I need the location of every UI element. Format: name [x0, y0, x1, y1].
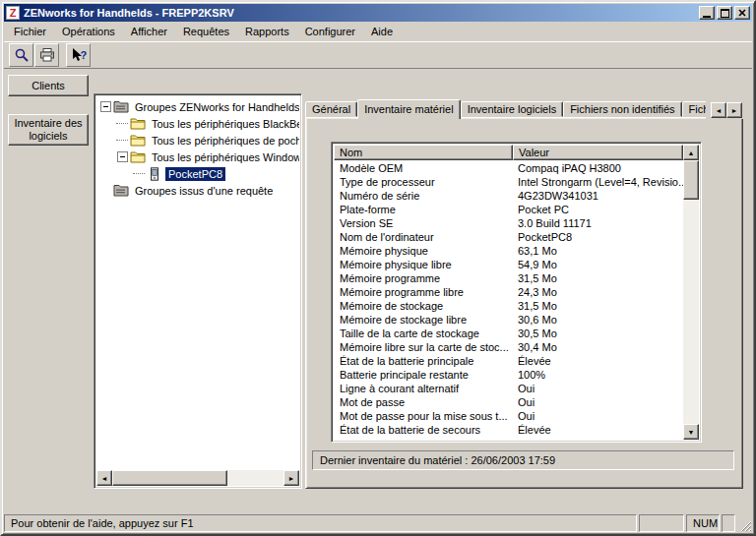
context-help-button[interactable]: ? — [66, 43, 91, 67]
status-message: Pour obtenir de l'aide, appuyez sur F1 — [4, 514, 637, 532]
tree-item-icon — [130, 134, 146, 148]
cell-name: État de la batterie principale — [334, 354, 513, 368]
cell-value: 63,1 Mo — [513, 244, 683, 258]
menu-item[interactable]: Rapports — [237, 23, 297, 40]
view-tab-clients[interactable]: Clients — [8, 75, 89, 96]
tab-scroll-right-button[interactable]: ► — [726, 102, 742, 118]
cell-value: Oui — [513, 395, 683, 409]
minus-box-icon[interactable] — [100, 101, 111, 112]
table-row[interactable]: Version SE 3.0 Build 11171 — [334, 216, 683, 230]
folder-icon — [130, 134, 146, 148]
table-row[interactable]: Mémoire programme 31,5 Mo — [334, 271, 683, 285]
cell-name: Plate-forme — [334, 203, 513, 216]
table-header: Nom Valeur — [334, 145, 683, 160]
table-row[interactable]: État de la batterie de secours Élevée — [334, 423, 683, 437]
menu-item[interactable]: Configurer — [297, 23, 363, 40]
window-title: ZENworks for Handhelds - FREPP2KSRV — [23, 7, 696, 19]
tree-item[interactable]: Groupes issus d'une requête — [96, 182, 299, 199]
scrollbar-thumb[interactable] — [683, 160, 699, 200]
cell-value: 100% — [513, 437, 683, 440]
tree-horizontal-scrollbar[interactable]: ◄ ► — [96, 470, 299, 486]
group-icon — [113, 184, 129, 198]
tree-item[interactable]: Tous les périphériques de poch — [96, 132, 299, 149]
table-row[interactable]: Mémoire physique libre 54,9 Mo — [334, 258, 683, 271]
tab[interactable]: Général — [305, 101, 357, 117]
column-header-valeur[interactable]: Valeur — [513, 145, 683, 160]
table-row[interactable]: Mémoire physique 63,1 Mo — [334, 244, 683, 258]
print-button[interactable] — [34, 43, 59, 67]
scroll-up-button[interactable]: ▲ — [683, 145, 699, 160]
table-row[interactable]: Mémoire libre sur la carte de stoc... 30… — [334, 340, 683, 354]
table-row[interactable]: Modèle OEM Compaq iPAQ H3800 — [334, 161, 683, 175]
tab[interactable]: Inventaire logiciels — [461, 101, 564, 117]
cell-value: Élevée — [513, 354, 683, 368]
folder-icon — [130, 117, 146, 131]
menu-item[interactable]: Requêtes — [175, 23, 237, 40]
scrollbar-thumb[interactable] — [112, 470, 227, 486]
table-row[interactable]: Mémoire de stockage libre 30,6 Mo — [334, 313, 683, 327]
tree-item[interactable]: Tous les périphériques Window — [96, 149, 299, 165]
tab[interactable]: Fichiers non identifiés — [563, 101, 681, 117]
scroll-left-button[interactable]: ◄ — [96, 470, 112, 486]
table-row[interactable]: Mémoire programme libre 24,3 Mo — [334, 285, 683, 299]
tree-indent — [96, 156, 115, 157]
tree-item[interactable]: Tous les périphériques BlackBe — [96, 115, 299, 132]
table-row[interactable]: Mot de passe Oui — [334, 395, 683, 409]
table-row[interactable]: Nom de l'ordinateur PocketPC8 — [334, 230, 683, 244]
application-window: Z ZENworks for Handhelds - FREPP2KSRV Fi… — [0, 0, 756, 536]
table-row[interactable]: Mémoire de stockage 31,5 Mo — [334, 299, 683, 313]
scroll-right-button[interactable]: ► — [284, 470, 299, 486]
tree-item[interactable]: PocketPC8 — [96, 165, 299, 182]
tree-expander[interactable] — [132, 165, 146, 182]
table-row[interactable]: Taille de la carte de stockage 30,5 Mo — [334, 327, 683, 340]
table-row[interactable]: Mot de passe pour la mise sous t... Oui — [334, 409, 683, 423]
tree-expander[interactable] — [115, 149, 129, 165]
table-row[interactable]: Batterie de secours restante 100% — [334, 437, 683, 440]
column-header-nom[interactable]: Nom — [334, 145, 513, 160]
table-row[interactable]: Batterie principale restante 100% — [334, 368, 683, 382]
menu-item[interactable]: Fichier — [6, 23, 54, 40]
table-row[interactable]: Ligne à courant alternatif Oui — [334, 382, 683, 395]
tab[interactable]: Inventaire matériel — [357, 99, 461, 119]
tree-expander[interactable] — [115, 115, 129, 132]
tree-expander[interactable] — [98, 98, 112, 115]
tree-item[interactable]: Groupes ZENworks for Handhelds — [96, 98, 299, 115]
tree-expander[interactable] — [115, 132, 129, 149]
menu-item[interactable]: Opérations — [54, 23, 123, 40]
status-panel-empty-2 — [722, 514, 735, 532]
title-bar[interactable]: Z ZENworks for Handhelds - FREPP2KSRV — [4, 4, 752, 22]
table-row[interactable]: État de la batterie principale Élevée — [334, 354, 683, 368]
close-button[interactable] — [734, 6, 750, 20]
last-inventory-status: Dernier inventaire du matériel : 26/06/2… — [312, 450, 734, 470]
minimize-button[interactable] — [699, 6, 715, 20]
tree-expander[interactable] — [98, 182, 112, 199]
scrollbar-track[interactable] — [112, 470, 284, 486]
cell-name: Taille de la carte de stockage — [334, 327, 513, 340]
cell-value: Oui — [513, 382, 683, 395]
table-row[interactable]: Plate-forme Pocket PC — [334, 203, 683, 216]
minus-box-icon[interactable] — [117, 151, 128, 162]
tree-item-label: PocketPC8 — [165, 167, 225, 181]
hardware-inventory-table: Nom Valeur Modèle OEM Compaq iPAQ H3800 … — [331, 142, 702, 443]
menu-item[interactable]: Afficher — [123, 23, 175, 40]
tree-indent — [96, 140, 115, 141]
cell-value: PocketPC8 — [513, 230, 683, 244]
scrollbar-track[interactable] — [683, 160, 699, 424]
table-row[interactable]: Numéro de série 4G23DW341031 — [334, 189, 683, 203]
view-tab-software-inventory[interactable]: Inventaire des logiciels — [8, 114, 89, 146]
folder-icon — [130, 150, 146, 164]
table-vertical-scrollbar[interactable]: ▲ ▼ — [683, 145, 699, 440]
tree-item-label: Groupes issus d'une requête — [132, 184, 276, 198]
menu-item[interactable]: Aide — [363, 23, 401, 40]
tree-item-label: Tous les périphériques Window — [149, 150, 299, 164]
maximize-button[interactable] — [717, 6, 732, 20]
cell-name: Mot de passe pour la mise sous t... — [334, 409, 513, 423]
cell-name: Batterie de secours restante — [334, 437, 513, 440]
resize-grip[interactable] — [737, 517, 752, 532]
group-tree: Groupes ZENworks for Handhelds — [96, 98, 299, 470]
search-button[interactable] — [9, 43, 33, 67]
table-row[interactable]: Type de processeur Intel Strongarm (Leve… — [334, 175, 683, 189]
scroll-down-button[interactable]: ▼ — [683, 424, 699, 440]
table-rows: Modèle OEM Compaq iPAQ H3800 Type de pro… — [334, 160, 683, 440]
tab-scroll-left-button[interactable]: ◄ — [711, 102, 726, 118]
